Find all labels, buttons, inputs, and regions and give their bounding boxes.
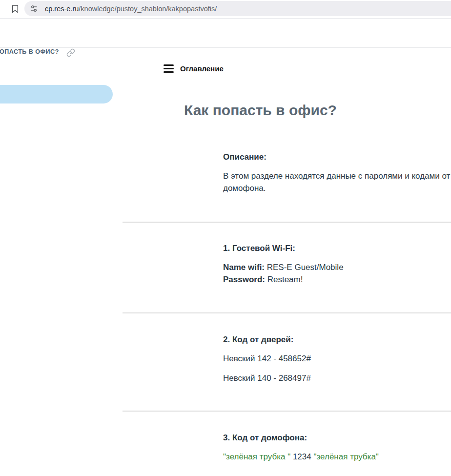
article-section: 1. Гостевой Wi-Fi:Name wifi: RES-E Guest… bbox=[223, 242, 451, 286]
url-path: /knowledge/pustoy_shablon/kakpopastvofis… bbox=[79, 5, 217, 13]
link-icon[interactable] bbox=[66, 48, 75, 57]
paragraph: В этом разделе находятся данные с пароля… bbox=[223, 170, 451, 194]
text-line: домофона. bbox=[223, 182, 451, 194]
paragraph: Невский 140 - 268497# bbox=[223, 372, 451, 384]
section-heading: 2. Код от дверей: bbox=[223, 333, 451, 346]
section-heading: 3. Код от домофона: bbox=[223, 432, 451, 444]
paragraph: "зелёная трубка " 1234 "зелёная трубка" bbox=[223, 451, 451, 463]
browser-toolbar: cp.res-e.ru/knowledge/pustoy_shablon/kak… bbox=[0, 0, 451, 19]
page-header: ОПАСТЬ В ОФИС? bbox=[0, 19, 451, 48]
section-heading: 1. Гостевой Wi-Fi: bbox=[223, 242, 451, 255]
text-line: "зелёная трубка " 1234 "зелёная трубка" bbox=[223, 451, 451, 463]
hamburger-icon bbox=[164, 64, 174, 73]
article-section: 3. Код от домофона:"зелёная трубка " 123… bbox=[223, 432, 451, 463]
article-section: Описание:В этом разделе находятся данные… bbox=[223, 151, 451, 194]
page: cp.res-e.ru/knowledge/pustoy_shablon/kak… bbox=[0, 0, 451, 476]
toc-label: Оглавление bbox=[180, 64, 224, 73]
divider bbox=[123, 222, 451, 223]
text-line: Password: Resteam! bbox=[223, 273, 451, 286]
toc-toggle-button[interactable]: Оглавление bbox=[164, 64, 224, 73]
section-heading: Описание: bbox=[223, 151, 451, 164]
text-line: Невский 142 - 458652# bbox=[223, 352, 451, 365]
active-nav-highlight[interactable] bbox=[0, 85, 113, 103]
article-section: 2. Код от дверей:Невский 142 - 458652#Не… bbox=[223, 333, 451, 384]
site-settings-icon[interactable] bbox=[30, 4, 38, 13]
paragraph: Невский 142 - 458652# bbox=[223, 352, 451, 365]
divider bbox=[123, 312, 451, 313]
url-bar[interactable]: cp.res-e.ru/knowledge/pustoy_shablon/kak… bbox=[24, 1, 451, 16]
text-line: В этом разделе находятся данные с пароля… bbox=[223, 170, 451, 182]
text-line: Невский 140 - 268497# bbox=[223, 372, 451, 384]
paragraph: Name wifi: RES-E Guest/MobilePassword: R… bbox=[223, 261, 451, 286]
url-text[interactable]: cp.res-e.ru/knowledge/pustoy_shablon/kak… bbox=[45, 5, 217, 13]
bookmark-icon[interactable] bbox=[10, 3, 20, 14]
text-line: Name wifi: RES-E Guest/Mobile bbox=[223, 261, 451, 273]
page-header-title: ОПАСТЬ В ОФИС? bbox=[0, 48, 59, 55]
page-title: Как попасть в офис? bbox=[184, 102, 337, 119]
divider bbox=[123, 411, 451, 412]
url-domain: cp.res-e.ru bbox=[45, 5, 79, 13]
